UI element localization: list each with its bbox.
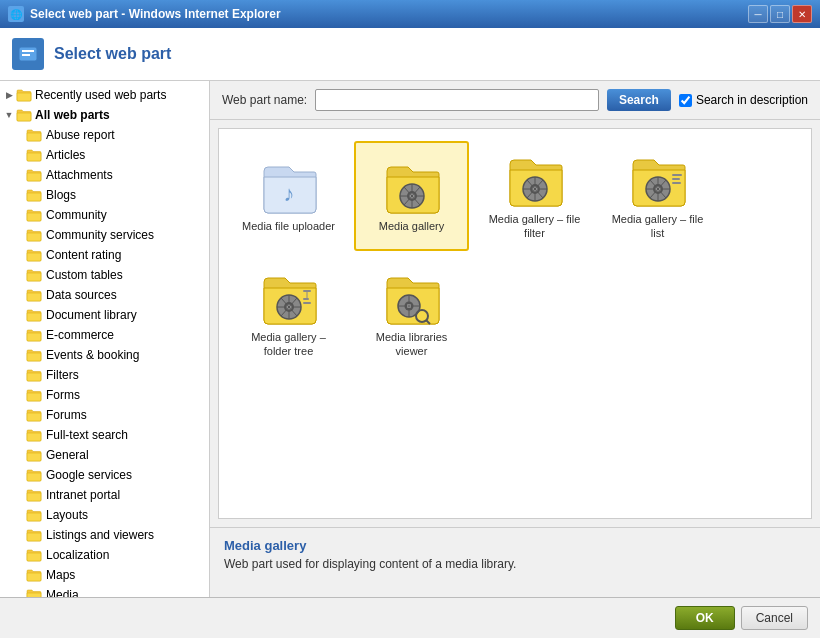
sidebar-item-filters[interactable]: Filters	[0, 365, 209, 385]
content-area: Web part name: Search Search in descript…	[210, 81, 820, 597]
sidebar-item-label: Community services	[46, 228, 154, 242]
sidebar-item-content-rating[interactable]: Content rating	[0, 245, 209, 265]
close-button[interactable]: ✕	[792, 5, 812, 23]
search-button[interactable]: Search	[607, 89, 671, 111]
sidebar-item-community-services[interactable]: Community services	[0, 225, 209, 245]
dialog-body: ▶ Recently used web parts ▼ All web part…	[0, 81, 820, 597]
sidebar-item-label: Abuse report	[46, 128, 115, 142]
expand-arrow-all: ▼	[4, 110, 14, 120]
sidebar-item-maps[interactable]: Maps	[0, 565, 209, 585]
sidebar-item-forms[interactable]: Forms	[0, 385, 209, 405]
webpart-label-media-gallery-file-list: Media gallery – file list	[606, 212, 709, 241]
dialog-header-icon	[12, 38, 44, 70]
folder-icon	[26, 488, 42, 502]
sidebar-item-attachments[interactable]: Attachments	[0, 165, 209, 185]
folder-icon	[26, 508, 42, 522]
info-title: Media gallery	[224, 538, 806, 553]
folder-icon	[26, 328, 42, 342]
sidebar-item-label: Community	[46, 208, 107, 222]
folder-icon	[26, 528, 42, 542]
sidebar-item-label: Data sources	[46, 288, 117, 302]
svg-text:♪: ♪	[283, 181, 294, 206]
webpart-media-libraries-viewer[interactable]: Media libraries viewer	[354, 259, 469, 369]
sidebar-item-label: Filters	[46, 368, 79, 382]
sidebar-item-label: Localization	[46, 548, 109, 562]
sidebar-item-label: Media	[46, 588, 79, 597]
folder-icon	[26, 388, 42, 402]
sidebar-item-recently-used[interactable]: ▶ Recently used web parts	[0, 85, 209, 105]
maximize-button[interactable]: □	[770, 5, 790, 23]
webpart-label-media-gallery: Media gallery	[379, 219, 444, 233]
folder-icon	[26, 228, 42, 242]
folder-icon	[26, 288, 42, 302]
sidebar-item-label: Events & booking	[46, 348, 139, 362]
sidebar-item-label: Intranet portal	[46, 488, 120, 502]
webpart-media-gallery-folder-tree[interactable]: Media gallery – folder tree	[231, 259, 346, 369]
sidebar-item-document-library[interactable]: Document library	[0, 305, 209, 325]
sidebar-item-articles[interactable]: Articles	[0, 145, 209, 165]
media-gallery-icon	[382, 159, 442, 219]
sidebar-item-localization[interactable]: Localization	[0, 545, 209, 565]
sidebar-item-label: Maps	[46, 568, 75, 582]
search-description-label[interactable]: Search in description	[696, 93, 808, 107]
sidebar-item-label: Blogs	[46, 188, 76, 202]
webpart-media-gallery-file-filter[interactable]: Media gallery – file filter	[477, 141, 592, 251]
search-bar: Web part name: Search Search in descript…	[210, 81, 820, 120]
sidebar-item-community[interactable]: Community	[0, 205, 209, 225]
folder-icon	[26, 468, 42, 482]
svg-rect-35	[303, 290, 311, 292]
sidebar-item-all-web-parts[interactable]: ▼ All web parts	[0, 105, 209, 125]
sidebar-item-full-text-search[interactable]: Full-text search	[0, 425, 209, 445]
sidebar-item-forums[interactable]: Forums	[0, 405, 209, 425]
sidebar-item-intranet-portal[interactable]: Intranet portal	[0, 485, 209, 505]
folder-icon	[26, 148, 42, 162]
sidebar-item-label: Layouts	[46, 508, 88, 522]
minimize-button[interactable]: ─	[748, 5, 768, 23]
sidebar[interactable]: ▶ Recently used web parts ▼ All web part…	[0, 81, 210, 597]
sidebar-item-general[interactable]: General	[0, 445, 209, 465]
sidebar-item-label: Forums	[46, 408, 87, 422]
webpart-label-media-gallery-file-filter: Media gallery – file filter	[483, 212, 586, 241]
sidebar-item-label: General	[46, 448, 89, 462]
webpart-media-gallery-file-list[interactable]: Media gallery – file list	[600, 141, 715, 251]
svg-rect-2	[22, 54, 30, 56]
svg-rect-38	[303, 302, 311, 304]
svg-rect-26	[672, 178, 680, 180]
search-description-checkbox[interactable]	[679, 94, 692, 107]
sidebar-item-listings-and-viewers[interactable]: Listings and viewers	[0, 525, 209, 545]
sidebar-item-blogs[interactable]: Blogs	[0, 185, 209, 205]
search-input[interactable]	[315, 89, 599, 111]
media-libraries-viewer-icon	[382, 270, 442, 330]
sidebar-item-data-sources[interactable]: Data sources	[0, 285, 209, 305]
folder-icon	[16, 88, 32, 102]
title-bar-buttons: ─ □ ✕	[748, 5, 812, 23]
sidebar-item-label: Full-text search	[46, 428, 128, 442]
sidebar-item-label: Content rating	[46, 248, 121, 262]
svg-rect-27	[672, 182, 681, 184]
sidebar-item-custom-tables[interactable]: Custom tables	[0, 265, 209, 285]
webpart-media-gallery[interactable]: Media gallery	[354, 141, 469, 251]
svg-rect-1	[22, 50, 34, 52]
title-bar: 🌐 Select web part - Windows Internet Exp…	[0, 0, 820, 28]
folder-icon	[26, 348, 42, 362]
webpart-media-file-uploader[interactable]: ♪ Media file uploader	[231, 141, 346, 251]
sidebar-item-media[interactable]: Media	[0, 585, 209, 597]
info-description: Web part used for displaying content of …	[224, 557, 806, 571]
folder-icon-all	[16, 108, 32, 122]
sidebar-item-layouts[interactable]: Layouts	[0, 505, 209, 525]
sidebar-item-label: Custom tables	[46, 268, 123, 282]
sidebar-item-google-services[interactable]: Google services	[0, 465, 209, 485]
cancel-button[interactable]: Cancel	[741, 606, 808, 630]
sidebar-item-events---booking[interactable]: Events & booking	[0, 345, 209, 365]
sidebar-item-e-commerce[interactable]: E-commerce	[0, 325, 209, 345]
ok-button[interactable]: OK	[675, 606, 735, 630]
folder-icon	[26, 128, 42, 142]
folder-icon	[26, 268, 42, 282]
folder-icon	[26, 208, 42, 222]
title-bar-icon: 🌐	[8, 6, 24, 22]
dialog-header: Select web part	[0, 28, 820, 81]
webparts-grid: ♪ Media file uploader Media gallery	[218, 128, 812, 519]
sidebar-item-abuse-report[interactable]: Abuse report	[0, 125, 209, 145]
sidebar-item-label: Google services	[46, 468, 132, 482]
folder-icon	[26, 168, 42, 182]
